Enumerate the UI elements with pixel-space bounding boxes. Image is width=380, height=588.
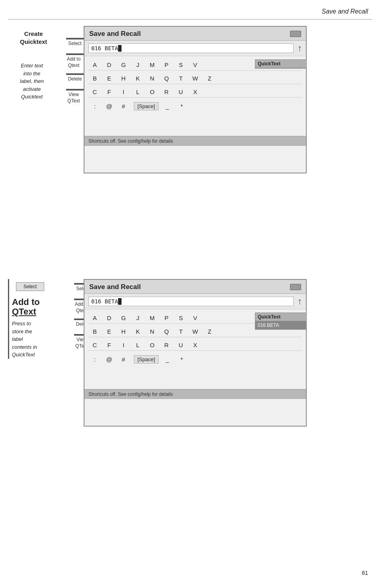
quicktext-panel-item-s2-0[interactable]: 016 BETA: [255, 321, 306, 329]
key-space-s1[interactable]: [Space]: [134, 102, 159, 110]
key-R-s1[interactable]: R: [160, 88, 173, 95]
key-H-s2[interactable]: H: [117, 328, 130, 335]
key-A-s1[interactable]: A: [88, 61, 101, 68]
key-O-s1[interactable]: O: [146, 88, 159, 95]
key-hash-s2[interactable]: #: [117, 356, 130, 363]
key-L-s2[interactable]: L: [131, 342, 144, 348]
key-D-s1[interactable]: D: [103, 61, 116, 68]
section1-heading: Create Quicktext: [20, 30, 47, 45]
key-X-s2[interactable]: X: [189, 342, 202, 348]
up-arrow-s1[interactable]: ↑: [298, 43, 302, 53]
key-B-s2[interactable]: B: [88, 328, 101, 335]
key-G-s1[interactable]: G: [117, 61, 130, 68]
key-J-s1[interactable]: J: [131, 61, 144, 68]
key-star-s1[interactable]: *: [175, 103, 188, 110]
key-underscore-s2[interactable]: _: [161, 356, 174, 363]
keyboard-area-s2: QuickText 016 BETA A D G J M P S V B E H…: [84, 309, 306, 389]
dialog-s1: Save and Recall 016 BETA█ ↑ QuickText A …: [84, 26, 307, 173]
btn-label-select-s1[interactable]: Select: [66, 41, 84, 46]
key-Z-s1[interactable]: Z: [203, 75, 216, 82]
key-I-s2[interactable]: I: [117, 342, 130, 348]
key-I-s1[interactable]: I: [117, 88, 130, 95]
key-space-s2[interactable]: [Space]: [134, 355, 159, 364]
key-A-s2[interactable]: A: [88, 315, 101, 321]
key-W-s2[interactable]: W: [189, 328, 202, 335]
btn-bar-s1-2: [66, 53, 84, 55]
dialog-input-row-s2: 016 BETA█ ↑: [84, 294, 306, 309]
key-V-s1[interactable]: V: [189, 61, 202, 68]
key-R-s2[interactable]: R: [160, 342, 173, 348]
key-W-s1[interactable]: W: [189, 75, 202, 82]
key-P-s1[interactable]: P: [160, 61, 173, 68]
key-at-s1[interactable]: @: [103, 103, 116, 110]
key-N-s1[interactable]: N: [146, 75, 159, 82]
btn-label-viewqtext-s1[interactable]: ViewQText: [64, 92, 84, 104]
key-J-s2[interactable]: J: [131, 315, 144, 321]
kbd-row-3-s1: C F I L O R U X: [88, 87, 302, 98]
key-Q-s1[interactable]: Q: [160, 75, 173, 82]
key-colon-s2[interactable]: :: [88, 356, 101, 363]
dialog-header-icon-s2[interactable]: [290, 284, 301, 290]
side-btn-select-s1: Select: [64, 38, 84, 52]
dialog-title-s1: Save and Recall: [89, 30, 141, 38]
key-U-s1[interactable]: U: [174, 88, 187, 95]
top-rule: [8, 19, 372, 20]
key-underscore-s1[interactable]: _: [161, 103, 174, 110]
key-E-s1[interactable]: E: [103, 75, 116, 82]
key-H-s1[interactable]: H: [117, 75, 130, 82]
key-K-s1[interactable]: K: [131, 75, 144, 82]
key-Z-s2[interactable]: Z: [203, 328, 216, 335]
dialog-s2: Save and Recall 016 BETA█ ↑ QuickText 01…: [84, 279, 307, 427]
key-S-s1[interactable]: S: [174, 61, 187, 68]
dialog-header-icon-s1[interactable]: [290, 31, 301, 37]
key-L-s1[interactable]: L: [131, 88, 144, 95]
key-S-s2[interactable]: S: [174, 315, 187, 321]
kbd-row-4-s2: : @ # [Space] _ *: [88, 353, 302, 366]
key-O-s2[interactable]: O: [146, 342, 159, 348]
dialog-input-row-s1: 016 BETA█ ↑: [84, 41, 306, 56]
key-B-s1[interactable]: B: [88, 75, 101, 82]
key-F-s1[interactable]: F: [103, 88, 116, 95]
btn-label-addto-s1[interactable]: Add toQtext: [64, 56, 84, 69]
key-M-s1[interactable]: M: [146, 61, 159, 68]
key-star-s2[interactable]: *: [175, 356, 188, 363]
s2-select-box[interactable]: Select: [16, 282, 44, 291]
btn-bar-s1-4: [66, 89, 84, 90]
btn-bar-s1-1: [66, 38, 84, 39]
dialog-footer-s1: Shortcuts off. See config/help for detai…: [84, 136, 306, 146]
key-C-s2[interactable]: C: [88, 342, 101, 348]
btn-label-delete-s1[interactable]: Delete: [66, 76, 84, 82]
dialog-input-s1[interactable]: 016 BETA█: [88, 43, 294, 53]
side-btn-addto-s1: Add toQtext: [64, 53, 84, 72]
side-btn-delete-s1: Delete: [64, 73, 84, 87]
key-N-s2[interactable]: N: [146, 328, 159, 335]
header-title: Save and Recall: [321, 8, 368, 15]
key-G-s2[interactable]: G: [117, 315, 130, 321]
key-E-s2[interactable]: E: [103, 328, 116, 335]
key-T-s2[interactable]: T: [174, 328, 187, 335]
up-arrow-s2[interactable]: ↑: [298, 296, 302, 307]
key-X-s1[interactable]: X: [189, 88, 202, 95]
dialog-input-s2[interactable]: 016 BETA█: [88, 297, 294, 306]
key-M-s2[interactable]: M: [146, 315, 159, 321]
key-Q-s2[interactable]: Q: [160, 328, 173, 335]
key-P-s2[interactable]: P: [160, 315, 173, 321]
s2-addto-label: Add to QText: [12, 297, 72, 317]
key-V-s2[interactable]: V: [189, 315, 202, 321]
key-K-s2[interactable]: K: [131, 328, 144, 335]
key-hash-s1[interactable]: #: [117, 103, 130, 110]
key-U-s2[interactable]: U: [174, 342, 187, 348]
kbd-row-4-s1: : @ # [Space] _ *: [88, 100, 302, 112]
key-colon-s1[interactable]: :: [88, 103, 101, 110]
key-at-s2[interactable]: @: [103, 356, 116, 363]
key-C-s1[interactable]: C: [88, 88, 101, 95]
kbd-row-2-s1: B E H K N Q T W Z: [88, 73, 302, 84]
key-F-s2[interactable]: F: [103, 342, 116, 348]
quicktext-panel-header-s2: QuickText: [255, 313, 306, 321]
s2-desc: Press tostore thelabelcontents inQuickTe…: [12, 320, 72, 359]
section2-left: Select Add to QText Press tostore thelab…: [8, 279, 72, 359]
key-T-s1[interactable]: T: [174, 75, 187, 82]
dialog-header-s1: Save and Recall: [84, 27, 306, 41]
key-D-s2[interactable]: D: [103, 315, 116, 321]
side-btn-viewqtext-s1: ViewQText: [64, 89, 84, 107]
